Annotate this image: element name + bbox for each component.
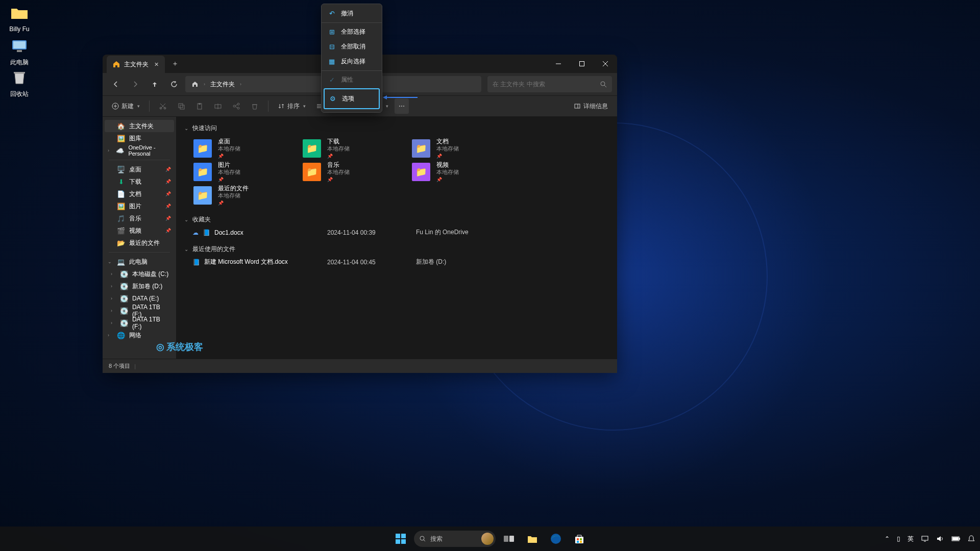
new-button[interactable]: 新建 ▾ <box>108 98 144 114</box>
sidebar-item-music[interactable]: 🎵音乐📌 <box>105 212 174 224</box>
dropdown-options[interactable]: ⚙选项 <box>324 88 380 109</box>
sidebar-item-gallery[interactable]: 🖼️图库 <box>105 132 174 144</box>
quick-access-tile[interactable]: 📁 文档本地存储📌 <box>411 137 520 160</box>
tray-notification-icon[interactable] <box>968 535 975 543</box>
search-icon <box>419 535 426 542</box>
sidebar-item-recent[interactable]: 📂最近的文件 <box>105 237 174 249</box>
chevron-right-icon[interactable]: › <box>111 320 116 325</box>
chevron-right-icon[interactable]: › <box>108 333 113 338</box>
forward-button[interactable] <box>127 76 143 92</box>
tray-onedrive-icon[interactable]: ▯ <box>897 535 900 542</box>
sidebar-item-drive[interactable]: ›💽DATA 1TB (F:) <box>105 317 174 329</box>
maximize-button[interactable] <box>570 56 594 72</box>
sidebar-item-pictures[interactable]: 🖼️图片📌 <box>105 200 174 212</box>
desktop-icon-user[interactable]: Billy Fu <box>0 3 39 33</box>
new-icon <box>112 103 119 110</box>
svg-point-36 <box>420 536 424 540</box>
pin-icon: 📌 <box>327 153 350 160</box>
tray-expand-icon[interactable]: ⌃ <box>885 535 890 542</box>
quick-access-tile[interactable]: 📁 视频本地存储📌 <box>411 160 520 184</box>
watermark: ◎系统极客 <box>156 341 203 353</box>
tray-ime[interactable]: 英 <box>908 535 914 543</box>
desktop-icon-thispc[interactable]: 此电脑 <box>0 36 39 67</box>
dropdown-undo[interactable]: ↶撤消 <box>322 6 382 21</box>
chevron-right-icon[interactable]: › <box>111 284 116 289</box>
quick-access-tile[interactable]: 📁 音乐本地存储📌 <box>302 160 411 184</box>
annotation-arrow <box>387 97 418 98</box>
start-button[interactable] <box>390 529 411 549</box>
sidebar-item-drive[interactable]: ›💽DATA 1TB (F:) <box>105 305 174 317</box>
back-button[interactable] <box>108 76 124 92</box>
details-icon <box>574 103 581 110</box>
close-tab-icon[interactable]: ✕ <box>152 60 161 69</box>
drive-icon: 💽 <box>120 294 128 303</box>
word-icon: 📘 <box>203 229 210 236</box>
home-icon <box>113 61 120 68</box>
sidebar-item-onedrive[interactable]: ›☁️OneDrive - Personal <box>105 144 174 157</box>
svg-point-23 <box>237 107 239 109</box>
sidebar-item-drive[interactable]: ›💽新加卷 (D:) <box>105 280 174 292</box>
dropdown-select-all[interactable]: ⊞全部选择 <box>322 24 382 39</box>
taskview-button[interactable] <box>499 529 519 549</box>
search-input[interactable] <box>493 81 596 88</box>
tray-volume-icon[interactable] <box>936 535 944 542</box>
quick-access-tile[interactable]: 📁 桌面本地存储📌 <box>192 137 302 160</box>
dropdown-invert[interactable]: ▦反向选择 <box>322 54 382 69</box>
more-button[interactable]: ⋯ <box>395 98 409 114</box>
tray-network-icon[interactable] <box>921 535 929 542</box>
sidebar-item-thispc[interactable]: ⌄💻此电脑 <box>105 256 174 268</box>
computer-icon: 💻 <box>117 258 125 266</box>
download-icon: ⬇ <box>117 178 125 186</box>
section-favorites[interactable]: ⌄收藏夹 <box>177 213 616 226</box>
network-icon: 🌐 <box>117 331 125 339</box>
chevron-right-icon[interactable]: › <box>111 296 116 301</box>
sort-icon <box>278 103 285 110</box>
sidebar-item-home[interactable]: 🏠主文件夹 <box>105 120 174 132</box>
desktop-icon-recycle[interactable]: 回收站 <box>0 67 39 98</box>
file-row[interactable]: ☁📘Doc1.docx 2024-11-04 00:39 Fu Lin 的 On… <box>177 226 616 239</box>
chevron-right-icon[interactable]: › <box>108 148 112 153</box>
file-row[interactable]: 📘新建 Microsoft Word 文档.docx 2024-11-04 00… <box>177 256 616 268</box>
dropdown-select-none[interactable]: ⊟全部取消 <box>322 39 382 54</box>
add-tab-button[interactable]: ＋ <box>167 56 183 72</box>
section-recent[interactable]: ⌄最近使用的文件 <box>177 243 616 256</box>
taskbar-explorer[interactable] <box>522 529 543 549</box>
svg-rect-5 <box>580 62 584 66</box>
refresh-button[interactable] <box>166 76 182 92</box>
svg-rect-42 <box>577 538 579 540</box>
select-none-icon: ⊟ <box>328 43 336 51</box>
home-crumb-icon[interactable] <box>189 80 201 89</box>
section-quick-access[interactable]: ⌄快速访问 <box>177 122 616 135</box>
minimize-button[interactable] <box>547 56 570 72</box>
taskbar-edge[interactable] <box>546 529 566 549</box>
chevron-down-icon[interactable]: ⌄ <box>108 259 113 264</box>
picture-icon: 🖼️ <box>117 202 125 210</box>
sidebar-item-drive[interactable]: ›💽本地磁盘 (C:) <box>105 268 174 280</box>
sort-button[interactable]: 排序 ▾ <box>274 98 310 114</box>
tray-battery-icon[interactable] <box>951 536 961 542</box>
sidebar-item-downloads[interactable]: ⬇下载📌 <box>105 176 174 188</box>
close-window-button[interactable] <box>594 56 617 72</box>
search-bar[interactable] <box>487 76 612 92</box>
details-pane-button[interactable]: 详细信息 <box>570 98 612 114</box>
svg-rect-30 <box>575 104 580 108</box>
quick-access-tile[interactable]: 📁 图片本地存储📌 <box>192 160 302 184</box>
sidebar-item-network[interactable]: ›🌐网络 <box>105 329 174 341</box>
quick-access-tile[interactable]: 📁 下载本地存储📌 <box>302 137 411 160</box>
sidebar-item-desktop[interactable]: 🖥️桌面📌 <box>105 163 174 176</box>
folder-icon: 📁 <box>193 186 212 205</box>
chevron-right-icon[interactable]: › <box>111 271 116 277</box>
taskbar-store[interactable] <box>569 529 590 549</box>
sidebar-item-drive[interactable]: ›💽DATA (E:) <box>105 292 174 305</box>
sidebar-item-documents[interactable]: 📄文档📌 <box>105 188 174 200</box>
tab-home[interactable]: 主文件夹 ✕ <box>107 56 165 73</box>
chevron-down-icon: ⌄ <box>184 246 188 252</box>
quick-access-tile[interactable]: 📁 最近的文件本地存储📌 <box>192 184 302 207</box>
cloud-icon: ☁️ <box>116 146 124 155</box>
gallery-icon: 🖼️ <box>117 134 125 142</box>
sidebar-item-videos[interactable]: 🎬视频📌 <box>105 224 174 237</box>
breadcrumb-segment[interactable]: 主文件夹 <box>208 79 237 90</box>
up-button[interactable] <box>146 76 163 92</box>
chevron-right-icon[interactable]: › <box>111 308 116 313</box>
taskbar-search[interactable]: 搜索 <box>414 531 496 547</box>
